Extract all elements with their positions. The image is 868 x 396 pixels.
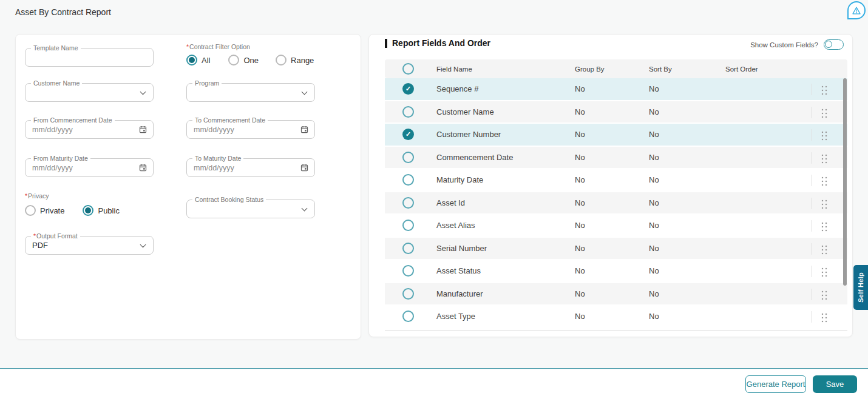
save-button[interactable]: Save	[813, 375, 857, 393]
calendar-icon[interactable]	[138, 163, 147, 175]
row-divider	[812, 152, 812, 164]
group-by-cell: No	[575, 266, 649, 275]
row-divider	[812, 289, 812, 300]
drag-handle-icon[interactable]	[821, 244, 828, 255]
drag-handle-icon[interactable]	[821, 85, 828, 95]
row-divider	[812, 266, 812, 277]
from-commencement-date-label: From Commencement Date	[31, 116, 115, 124]
contract-booking-status-select[interactable]: Contract Booking Status	[186, 200, 315, 218]
toggle-knob-icon	[825, 41, 832, 48]
radio-icon	[83, 205, 93, 216]
drag-handle-icon[interactable]	[821, 312, 828, 323]
sort-by-cell: No	[649, 84, 725, 93]
to-maturity-date-field: To Maturity Date	[186, 158, 315, 177]
radio-range[interactable]: Range	[276, 55, 314, 65]
sort-by-cell: No	[649, 153, 725, 162]
field-name-cell: Sequence #	[436, 84, 575, 93]
table-header: Field Name Group By Sort By Sort Order	[385, 59, 847, 78]
row-divider	[812, 129, 812, 141]
row-divider	[812, 198, 812, 209]
sort-by-cell: No	[649, 198, 725, 207]
from-maturity-date-label: From Maturity Date	[31, 155, 90, 163]
column-header-group-by: Group By	[575, 65, 649, 73]
field-name-cell: Asset Alias	[436, 221, 575, 230]
table-row[interactable]: Manufacturer No No	[385, 283, 847, 306]
column-header-field-name: Field Name	[436, 65, 575, 73]
calendar-icon[interactable]	[138, 125, 147, 136]
output-format-select[interactable]: Output Format PDF	[25, 236, 154, 255]
row-select-radio[interactable]	[402, 288, 414, 300]
self-help-label: Self Help	[857, 272, 864, 303]
calendar-icon[interactable]	[300, 163, 309, 175]
table-row[interactable]: Maturity Date No No	[385, 169, 847, 192]
field-name-cell: Asset Id	[436, 198, 575, 207]
table-row[interactable]: ✓ Customer Number No No	[385, 124, 847, 147]
drag-handle-icon[interactable]	[821, 108, 828, 118]
field-name-cell: Manufacturer	[436, 289, 575, 298]
group-by-cell: No	[575, 130, 649, 139]
field-name-cell: Serial Number	[436, 244, 575, 253]
row-select-radio[interactable]	[402, 106, 414, 118]
table-row[interactable]: Asset Status No No	[385, 260, 847, 283]
table-row[interactable]: ✓ Sequence # No No	[385, 78, 847, 101]
report-fields-title: Report Fields And Order	[385, 38, 490, 48]
output-format-label: Output Format	[31, 232, 80, 240]
program-select[interactable]: Program	[186, 83, 315, 102]
group-by-cell: No	[575, 244, 649, 253]
show-custom-fields-toggle[interactable]	[824, 39, 844, 50]
drag-handle-icon[interactable]	[821, 267, 828, 277]
row-select-radio[interactable]	[402, 243, 414, 254]
show-custom-fields-label: Show Custom Fields?	[750, 41, 818, 49]
field-name-cell: Customer Name	[436, 107, 575, 116]
sort-by-cell: No	[649, 107, 725, 116]
row-divider	[812, 175, 812, 186]
radio-private[interactable]: Private	[25, 205, 64, 216]
row-select-radio[interactable]	[402, 220, 414, 231]
table-row[interactable]: Customer Name No No	[385, 101, 847, 124]
from-maturity-date-field: From Maturity Date	[25, 158, 154, 177]
table-row[interactable]: Asset Id No No	[385, 192, 847, 215]
row-divider	[812, 243, 812, 255]
warning-triangle-icon	[852, 6, 861, 15]
group-by-cell: No	[575, 289, 649, 298]
table-row[interactable]: Commencement Date No No	[385, 147, 847, 170]
header-select-radio[interactable]	[402, 63, 414, 75]
drag-handle-icon[interactable]	[821, 130, 828, 141]
table-row[interactable]: Asset Type No No	[385, 306, 847, 329]
to-commencement-date-label: To Commencement Date	[192, 116, 268, 124]
drag-handle-icon[interactable]	[821, 153, 828, 164]
table-row[interactable]: Asset Alias No No	[385, 215, 847, 238]
generate-report-button[interactable]: Generate Report	[745, 375, 806, 393]
drag-handle-icon[interactable]	[821, 199, 828, 209]
group-by-cell: No	[575, 107, 649, 116]
row-select-radio[interactable]	[402, 310, 414, 322]
program-label: Program	[192, 79, 222, 87]
row-select-radio[interactable]	[402, 174, 414, 186]
sort-by-cell: No	[649, 130, 725, 139]
radio-range-label: Range	[291, 56, 314, 65]
column-header-sort-by: Sort By	[649, 65, 725, 73]
self-help-tab[interactable]: Self Help	[853, 265, 868, 310]
row-select-radio[interactable]	[402, 265, 414, 277]
sort-by-cell: No	[649, 244, 725, 253]
help-icon[interactable]	[847, 1, 866, 19]
table-row[interactable]: Serial Number No No	[385, 238, 847, 261]
horizontal-scrollbar-track[interactable]	[385, 330, 847, 331]
row-select-radio[interactable]	[402, 197, 414, 209]
drag-handle-icon[interactable]	[821, 290, 828, 300]
row-selected-check-icon[interactable]: ✓	[402, 83, 414, 95]
drag-handle-icon[interactable]	[821, 176, 828, 186]
radio-all[interactable]: All	[186, 55, 210, 65]
field-name-cell: Asset Status	[436, 266, 575, 275]
customer-name-select[interactable]: Customer Name	[25, 83, 154, 102]
radio-one[interactable]: One	[228, 55, 259, 65]
radio-public[interactable]: Public	[83, 205, 119, 216]
vertical-scrollbar-thumb[interactable]	[843, 78, 847, 286]
contract-filter-option-group: All One Range	[186, 55, 314, 65]
row-select-radio[interactable]	[402, 152, 414, 163]
calendar-icon[interactable]	[300, 125, 309, 136]
radio-icon	[228, 55, 239, 65]
table-body: ✓ Sequence # No No Customer Name No No ✓…	[385, 78, 847, 330]
drag-handle-icon[interactable]	[821, 221, 828, 232]
row-selected-check-icon[interactable]: ✓	[402, 129, 414, 140]
